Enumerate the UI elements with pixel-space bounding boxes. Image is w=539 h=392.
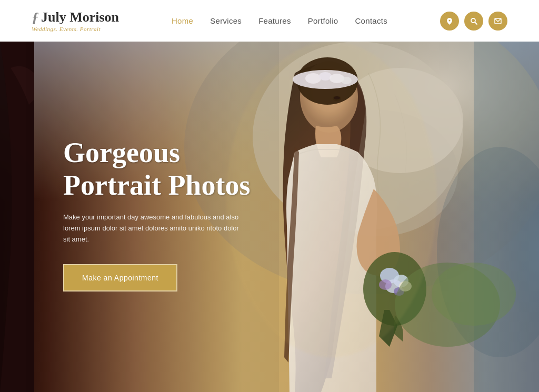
- search-button[interactable]: [464, 12, 483, 31]
- nav-services[interactable]: Services: [210, 16, 242, 25]
- logo: ƒ July Morison Weddings. Events. Portrai…: [32, 9, 119, 33]
- nav-contacts[interactable]: Contacts: [355, 16, 387, 25]
- cta-button[interactable]: Make an Appointment: [63, 264, 177, 292]
- email-icon: [494, 18, 502, 24]
- logo-icon: ƒ: [32, 9, 39, 26]
- nav-features[interactable]: Features: [258, 16, 291, 25]
- svg-point-31: [432, 263, 516, 326]
- hero-title: Gorgeous Portrait Photos: [63, 136, 263, 202]
- svg-line-3: [475, 22, 477, 24]
- svg-rect-12: [474, 42, 539, 392]
- location-icon: [446, 17, 453, 25]
- header-icon-group: [440, 12, 507, 31]
- search-icon: [470, 17, 477, 25]
- hero-content: Gorgeous Portrait Photos Make your impor…: [0, 42, 263, 292]
- nav-portfolio[interactable]: Portfolio: [308, 16, 338, 25]
- location-button[interactable]: [440, 12, 459, 31]
- svg-point-1: [448, 19, 450, 21]
- logo-tagline: Weddings. Events. Portrait: [32, 26, 101, 32]
- main-nav: Home Services Features Portfolio Contact…: [172, 16, 387, 25]
- hero-section: Gorgeous Portrait Photos Make your impor…: [0, 42, 539, 392]
- header: ƒ July Morison Weddings. Events. Portrai…: [0, 0, 539, 42]
- hero-subtitle: Make your important day awesome and fabu…: [63, 212, 242, 245]
- email-button[interactable]: [488, 12, 507, 31]
- logo-name: ƒ July Morison: [32, 9, 119, 26]
- nav-home[interactable]: Home: [172, 16, 193, 25]
